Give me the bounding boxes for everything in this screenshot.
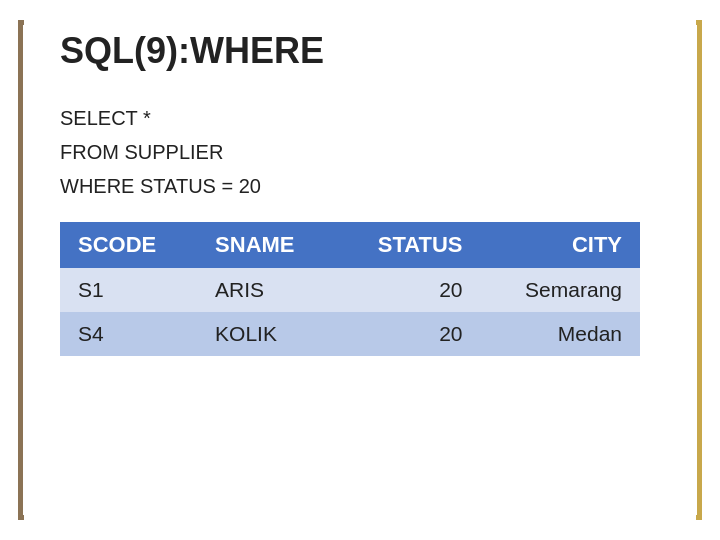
sql-line-1: SELECT * [60,102,670,134]
table-cell: S4 [60,312,197,356]
table-cell: ARIS [197,268,336,312]
table-cell: S1 [60,268,197,312]
col-header-sname: SNAME [197,222,336,268]
sql-line-3: WHERE STATUS = 20 [60,170,670,202]
col-header-status: STATUS [336,222,481,268]
slide-container: SQL(9):WHERE SELECT * FROM SUPPLIER WHER… [0,0,720,540]
table-cell: KOLIK [197,312,336,356]
col-header-scode: SCODE [60,222,197,268]
table-row: S1ARIS20Semarang [60,268,640,312]
bracket-left-decoration [18,20,24,520]
result-table: SCODE SNAME STATUS CITY S1ARIS20Semarang… [60,222,640,356]
table-cell: 20 [336,312,481,356]
col-header-city: CITY [481,222,641,268]
table-header-row: SCODE SNAME STATUS CITY [60,222,640,268]
sql-line-2: FROM SUPPLIER [60,136,670,168]
bracket-right-decoration [696,20,702,520]
slide-title: SQL(9):WHERE [60,30,670,72]
table-cell: 20 [336,268,481,312]
table-row: S4KOLIK20Medan [60,312,640,356]
table-cell: Semarang [481,268,641,312]
sql-code-block: SELECT * FROM SUPPLIER WHERE STATUS = 20 [60,102,670,202]
table-cell: Medan [481,312,641,356]
